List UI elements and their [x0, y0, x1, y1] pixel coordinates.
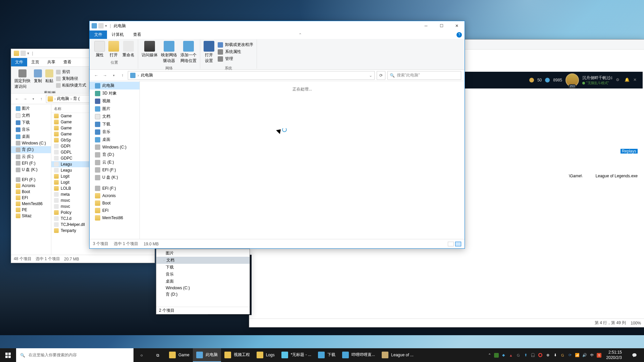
- tree-node-Slitaz[interactable]: Slitaz: [11, 213, 51, 219]
- tab-share[interactable]: 共享: [43, 58, 59, 66]
- tree-node-下载[interactable]: 下载: [156, 264, 250, 271]
- ribbon-open-settings[interactable]: 打开 设置: [203, 40, 215, 64]
- nav-history-icon[interactable]: ▾: [30, 96, 37, 102]
- ribbon-add-netloc[interactable]: 添加一个 网络位置: [180, 40, 197, 64]
- tree-node-图片[interactable]: 图片: [156, 250, 250, 257]
- maximize-button[interactable]: ☐: [434, 21, 449, 31]
- tree-node-PE[interactable]: PE: [11, 207, 51, 213]
- start-button[interactable]: [0, 348, 16, 362]
- tree-node-图片[interactable]: 图片: [90, 105, 140, 113]
- tray-nvidia-icon[interactable]: [494, 353, 499, 358]
- tree-node-EFI (F:)[interactable]: EFI (F:): [90, 185, 140, 192]
- tree-node-EFI[interactable]: EFI: [90, 207, 140, 214]
- taskbar-task[interactable]: *无标题 - ...: [278, 348, 315, 362]
- ribbon-properties[interactable]: 属性: [94, 40, 106, 59]
- taskbar-task[interactable]: Logs: [253, 348, 278, 362]
- minimize-button[interactable]: ─: [418, 21, 434, 31]
- tree-node-MemTest86[interactable]: MemTest86: [90, 214, 140, 222]
- help-icon[interactable]: ?: [457, 32, 462, 38]
- ribbon-map-drive[interactable]: 映射网络 驱动器: [160, 40, 178, 64]
- tray-app-icon[interactable]: ⭕: [538, 353, 543, 358]
- tree-node-桌面[interactable]: 桌面: [90, 136, 140, 143]
- action-center-button[interactable]: 💬: [627, 353, 642, 358]
- tray-app-icon[interactable]: G: [516, 353, 521, 358]
- tree-node-育 (D:)[interactable]: 育 (D:): [90, 151, 140, 159]
- ribbon-copypath[interactable]: 复制路径: [55, 75, 87, 82]
- taskbar-task[interactable]: 哔哩哔哩直...: [339, 348, 378, 362]
- tree-node-云 (E:)[interactable]: 云 (E:): [11, 153, 51, 160]
- addr-dropdown-icon[interactable]: ⌄: [369, 73, 372, 78]
- tree-node-EFI (F:)[interactable]: EFI (F:): [90, 166, 140, 174]
- tray-app-icon[interactable]: ◆: [501, 353, 506, 358]
- tray-network-icon[interactable]: 📶: [575, 353, 580, 358]
- tree-node-Windows (C:)[interactable]: Windows (C:): [11, 140, 51, 146]
- nav-fwd-icon[interactable]: →: [102, 72, 108, 79]
- lol-notification-icon[interactable]: 🔔: [625, 77, 630, 83]
- refresh-button[interactable]: ⟳: [377, 71, 385, 80]
- breadcrumb-pc[interactable]: 此电脑: [57, 96, 69, 102]
- tab-file[interactable]: 文件: [90, 31, 107, 39]
- tree-node-Windows (C:)[interactable]: Windows (C:): [156, 285, 250, 291]
- tab-file[interactable]: 文件: [11, 58, 27, 66]
- nav-back-icon[interactable]: ←: [14, 96, 20, 102]
- tree-node-桌面[interactable]: 桌面: [11, 133, 51, 140]
- taskbar-task[interactable]: 视频工程: [221, 348, 253, 362]
- ribbon-media[interactable]: 访问媒体: [141, 40, 158, 64]
- ribbon-pastelnk[interactable]: 粘贴快捷方式: [55, 82, 87, 88]
- tree-node-音乐[interactable]: 音乐: [11, 126, 51, 133]
- tree-node-育 (D:)[interactable]: 育 (D:): [11, 146, 51, 153]
- taskbar-task[interactable]: Game: [166, 348, 193, 362]
- tray-app-icon[interactable]: ⬇: [552, 353, 558, 358]
- tray-app-icon[interactable]: ▲: [508, 353, 514, 358]
- tree-node-育 (D:)[interactable]: 育 (D:): [156, 291, 250, 298]
- tray-app-icon[interactable]: 🎧: [530, 353, 536, 358]
- tree-node-图片[interactable]: 图片: [11, 105, 51, 112]
- tab-computer[interactable]: 计算机: [107, 31, 128, 39]
- tree-node-EFI (F:)[interactable]: EFI (F:): [11, 160, 51, 166]
- ribbon-uninstall[interactable]: 卸载或更改程序: [217, 42, 254, 48]
- nav-fwd-icon[interactable]: →: [22, 96, 29, 102]
- tray-app-icon[interactable]: ⬆: [523, 353, 528, 358]
- cortana-button[interactable]: ○: [133, 348, 150, 362]
- ribbon-rename[interactable]: 重命名: [122, 40, 135, 59]
- ribbon-copy[interactable]: 复制: [33, 69, 43, 90]
- w2-titlebar[interactable]: ▾｜ 此电脑 ─ ☐ ✕: [90, 21, 465, 31]
- close-button[interactable]: ✕: [449, 21, 465, 31]
- tree-node-文档[interactable]: 文档: [156, 257, 250, 264]
- view-details-icon[interactable]: [448, 242, 454, 246]
- nav-up-icon[interactable]: ↑: [38, 96, 45, 102]
- w1-nav-tree[interactable]: 图片文档下载音乐桌面Windows (C:)育 (D:)云 (E:)EFI (F…: [11, 104, 51, 255]
- tray-app-icon[interactable]: ⟳: [567, 353, 573, 358]
- taskbar-task[interactable]: League of ...: [378, 348, 417, 362]
- tray-overflow-icon[interactable]: ⌃: [487, 353, 492, 358]
- breadcrumb-thispc[interactable]: 此电脑: [141, 72, 153, 78]
- tree-node-Acronis[interactable]: Acronis: [90, 192, 140, 199]
- nav-up-icon[interactable]: ↑: [119, 72, 126, 79]
- tab-view[interactable]: 查看: [59, 58, 75, 66]
- taskbar-task[interactable]: 下载: [315, 348, 339, 362]
- ribbon-manage[interactable]: 管理: [217, 56, 254, 62]
- tree-node-Windows (C:)[interactable]: Windows (C:): [90, 143, 140, 151]
- tab-home[interactable]: 主页: [27, 58, 43, 66]
- tree-node-U 盘 (K:)[interactable]: U 盘 (K:): [11, 166, 51, 173]
- tree-node-3D 对象[interactable]: 3D 对象: [90, 89, 140, 97]
- tree-node-下载[interactable]: 下载: [90, 120, 140, 128]
- breadcrumb-drive[interactable]: 育 (: [73, 96, 79, 102]
- summoner-avatar[interactable]: 253: [566, 73, 579, 87]
- taskbar-task[interactable]: 此电脑: [193, 348, 221, 362]
- address-field[interactable]: › 此电脑 ⌄: [128, 71, 375, 80]
- tray-app-icon[interactable]: G: [560, 353, 565, 358]
- tray-sogou-icon[interactable]: S: [597, 353, 601, 358]
- w2-content-pane[interactable]: 正在处理...: [140, 81, 465, 239]
- ribbon-cut[interactable]: 剪切: [55, 69, 87, 75]
- ribbon-pin[interactable]: 固定到快 速访问: [13, 69, 32, 90]
- tree-node-视频[interactable]: 视频: [90, 97, 140, 105]
- nav-back-icon[interactable]: ←: [93, 72, 100, 79]
- task-view-button[interactable]: ⧉: [150, 348, 166, 362]
- tree-node-桌面[interactable]: 桌面: [156, 278, 250, 285]
- tree-node-文档[interactable]: 文档: [11, 112, 51, 119]
- taskbar-search[interactable]: 🔍 在这里输入你要搜索的内容: [16, 348, 133, 362]
- tree-node-音乐[interactable]: 音乐: [156, 271, 250, 278]
- tree-node-Acronis[interactable]: Acronis: [11, 183, 51, 189]
- tray-ime-icon[interactable]: 中: [589, 353, 595, 358]
